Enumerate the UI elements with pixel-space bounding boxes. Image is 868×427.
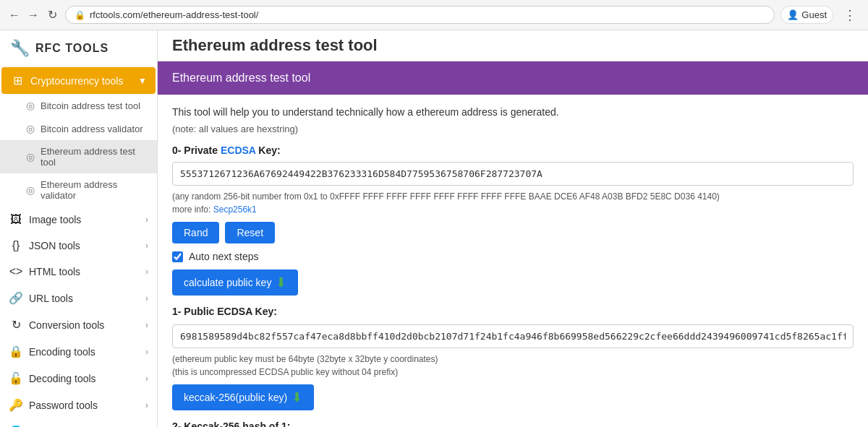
public-key-input[interactable] — [172, 324, 854, 348]
logo[interactable]: 🔧 RFC TOOLS — [0, 30, 157, 67]
browser-menu-button[interactable]: ⋮ — [839, 6, 861, 25]
address-bar[interactable]: 🔒 rfctools.com/ethereum-address-test-too… — [65, 6, 775, 24]
sidebar-category-label: Cryptocurrency tools — [30, 75, 132, 87]
sidebar-item-bitcoin-address-test[interactable]: ◎ Bitcoin address test tool — [0, 94, 157, 117]
chevron-right-icon: › — [145, 320, 148, 330]
sidebar-item-encoding[interactable]: 🔒 Encoding tools › — [0, 338, 157, 365]
image-icon: 🖼 — [9, 213, 23, 226]
nav-icons: ← → ↻ — [7, 8, 59, 22]
auto-next-label: Auto next steps — [189, 251, 259, 262]
sidebar-item-json[interactable]: {} JSON tools › — [0, 233, 157, 259]
section2-label: 2- Keccak-256 hash of 1: — [172, 420, 854, 427]
sidebar-category-label: Encoding tools — [29, 346, 140, 358]
url-icon: 🔗 — [9, 291, 23, 305]
section0-label-text: 0- Private — [172, 145, 221, 156]
refresh-button[interactable]: ↻ — [45, 8, 59, 22]
sidebar-category-label: HTML tools — [29, 266, 140, 277]
circle-icon: ◎ — [26, 123, 35, 134]
circle-icon: ◎ — [26, 100, 35, 111]
page-title: Ethereum address test tool — [158, 30, 868, 61]
sidebar-item-password[interactable]: 🔑 Password tools › — [0, 392, 157, 418]
forward-button[interactable]: → — [26, 8, 41, 22]
tool-header: Ethereum address test tool — [158, 61, 868, 95]
sidebar-item-cryptocurrency[interactable]: ⊞ Cryptocurrency tools ▼ — [1, 67, 156, 94]
calc-pubkey-row: calculate public key ⬇ — [172, 269, 854, 296]
tool-body: This tool will help you to understand te… — [158, 95, 868, 427]
more-info-label: more info: — [172, 204, 213, 215]
chevron-right-icon: › — [145, 267, 148, 277]
down-arrow-icon: ⬇ — [276, 275, 286, 290]
json-icon: {} — [9, 239, 23, 252]
sidebar-item-dns[interactable]: 🌐 DNS tools › — [0, 418, 157, 427]
decoding-icon: 🔓 — [9, 371, 23, 385]
main-content: Ethereum address test tool Ethereum addr… — [158, 30, 868, 427]
app-container: 🔧 RFC TOOLS ⊞ Cryptocurrency tools ▼ ◎ B… — [0, 30, 868, 427]
logo-text: RFC TOOLS — [35, 42, 109, 55]
back-button[interactable]: ← — [7, 8, 22, 22]
browser-chrome: ← → ↻ 🔒 rfctools.com/ethereum-address-te… — [0, 0, 868, 30]
secp256k1-link[interactable]: Secp256k1 — [213, 204, 257, 215]
lock-icon: 🔒 — [75, 10, 85, 20]
url-text: rfctools.com/ethereum-address-test-tool/ — [90, 9, 258, 20]
subitem-label: Bitcoin address test tool — [41, 100, 140, 111]
profile-label: Guest — [801, 9, 827, 20]
chevron-right-icon: › — [145, 400, 148, 410]
sidebar-item-ethereum-address-validator[interactable]: ◎ Ethereum address validator — [0, 173, 157, 207]
tool-note: (note: all values are hexstring) — [172, 124, 854, 134]
public-key-hint2: (this is uncompressed ECDSA public key w… — [172, 367, 854, 377]
subitem-label: Ethereum address test tool — [41, 146, 148, 168]
section0-highlight: ECDSA — [221, 145, 256, 156]
subitem-label: Ethereum address validator — [41, 179, 148, 201]
sidebar-item-html[interactable]: <> HTML tools › — [0, 259, 157, 285]
cryptocurrency-icon: ⊞ — [10, 74, 25, 87]
sidebar-item-image[interactable]: 🖼 Image tools › — [0, 207, 157, 233]
circle-icon: ◎ — [26, 184, 35, 196]
chevron-right-icon: › — [145, 347, 148, 357]
section0-label2: Key: — [255, 145, 280, 156]
calc-pubkey-button[interactable]: calculate public key ⬇ — [172, 269, 298, 296]
profile-area[interactable]: 👤 Guest — [780, 6, 833, 24]
sidebar-item-url[interactable]: 🔗 URL tools › — [0, 285, 157, 311]
private-key-hint: (any random 256-bit number from 0x1 to 0… — [172, 191, 854, 202]
sidebar-category-label: Image tools — [29, 214, 140, 225]
html-icon: <> — [9, 265, 23, 278]
public-key-hint1: (ethereum public key must be 64byte (32b… — [172, 354, 854, 364]
encoding-icon: 🔒 — [9, 345, 23, 358]
sidebar-category-label: Decoding tools — [29, 373, 140, 384]
sidebar-category-label: Password tools — [29, 400, 140, 411]
password-icon: 🔑 — [9, 398, 23, 412]
circle-icon: ◎ — [26, 151, 35, 163]
sidebar: 🔧 RFC TOOLS ⊞ Cryptocurrency tools ▼ ◎ B… — [0, 30, 158, 427]
down-arrow-icon: ⬇ — [292, 389, 302, 405]
tool-description: This tool will help you to understand te… — [172, 106, 854, 118]
sidebar-item-decoding[interactable]: 🔓 Decoding tools › — [0, 365, 157, 392]
auto-next-row: Auto next steps — [172, 251, 854, 262]
sidebar-item-conversion[interactable]: ↻ Conversion tools › — [0, 311, 157, 338]
section0-label: 0- Private ECDSA Key: — [172, 145, 854, 156]
keccak-button[interactable]: keccak-256(public key) ⬇ — [172, 384, 314, 410]
logo-icon: 🔧 — [10, 39, 30, 58]
more-info-text: more info: Secp256k1 — [172, 204, 854, 215]
conversion-icon: ↻ — [9, 318, 23, 332]
subitem-label: Bitcoin address validator — [41, 124, 143, 134]
private-key-input[interactable] — [172, 162, 854, 186]
sidebar-item-ethereum-address-test[interactable]: ◎ Ethereum address test tool — [0, 140, 157, 173]
sidebar-item-bitcoin-address-validator[interactable]: ◎ Bitcoin address validator — [0, 117, 157, 140]
auto-next-checkbox[interactable] — [172, 251, 183, 262]
chevron-right-icon: › — [145, 241, 148, 251]
keccak-row: keccak-256(public key) ⬇ — [172, 384, 854, 410]
chevron-right-icon: › — [145, 374, 148, 384]
sidebar-category-label: JSON tools — [29, 240, 140, 251]
chevron-right-icon: › — [145, 293, 148, 303]
sidebar-category-label: Conversion tools — [29, 319, 140, 331]
sidebar-category-label: URL tools — [29, 293, 140, 304]
private-key-buttons: Rand Reset — [172, 222, 854, 243]
section1-label: 1- Public ECDSA Key: — [172, 306, 854, 317]
rand-button[interactable]: Rand — [172, 222, 219, 243]
chevron-right-icon: › — [145, 215, 148, 225]
chevron-down-icon: ▼ — [138, 76, 147, 86]
reset-button[interactable]: Reset — [225, 222, 275, 243]
profile-icon: 👤 — [787, 9, 799, 20]
